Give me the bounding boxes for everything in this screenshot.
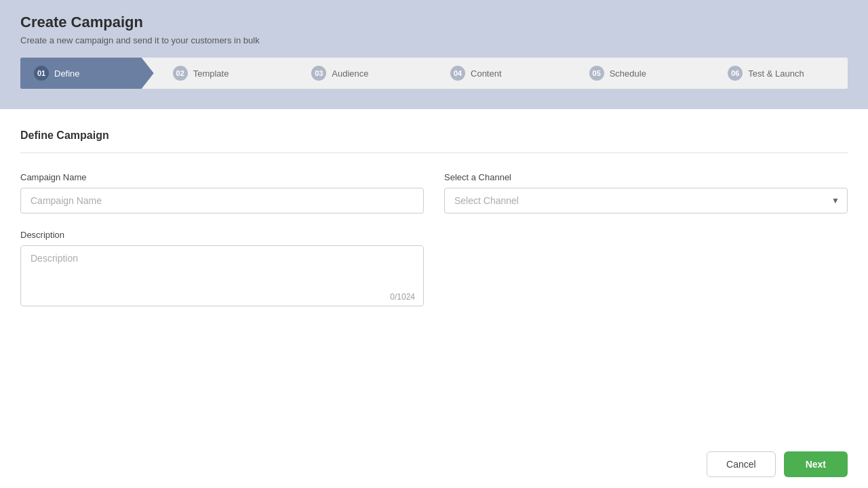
page-title: Create Campaign — [20, 14, 848, 31]
cancel-button[interactable]: Cancel — [707, 451, 776, 477]
step-label-01: Define — [54, 68, 80, 79]
stepper-step-02[interactable]: 02 Template — [154, 58, 293, 89]
select-channel-label: Select a Channel — [444, 172, 848, 182]
next-button[interactable]: Next — [784, 451, 848, 477]
select-channel-group: Select a Channel Select Channel Email SM… — [444, 172, 848, 214]
description-group: Description 0/1024 — [20, 230, 424, 306]
step-label-03: Audience — [332, 68, 368, 79]
step-label-05: Schedule — [610, 68, 646, 79]
step-label-04: Content — [471, 68, 502, 79]
step-label-02: Template — [193, 68, 229, 79]
step-label-06: Test & Launch — [748, 68, 804, 79]
form-row-1: Campaign Name Select a Channel Select Ch… — [20, 172, 848, 214]
page-subtitle: Create a new campaign and send it to you… — [20, 35, 848, 45]
campaign-name-input[interactable] — [20, 188, 424, 214]
step-number-02: 02 — [173, 66, 188, 81]
select-channel-wrapper: Select Channel Email SMS Push Notificati… — [444, 188, 848, 214]
stepper-step-04[interactable]: 04 Content — [431, 58, 570, 89]
main-content: Define Campaign Campaign Name Select a C… — [0, 109, 868, 343]
campaign-name-label: Campaign Name — [20, 172, 424, 182]
select-channel-dropdown[interactable]: Select Channel Email SMS Push Notificati… — [444, 188, 848, 214]
header-section: Create Campaign Create a new campaign an… — [0, 0, 868, 109]
stepper: 01 Define 02 Template 03 Audience 04 Con… — [20, 58, 848, 89]
stepper-step-01[interactable]: 01 Define — [20, 58, 154, 89]
form-row-2: Description 0/1024 — [20, 230, 848, 306]
description-label: Description — [20, 230, 424, 240]
campaign-name-group: Campaign Name — [20, 172, 424, 214]
step-number-03: 03 — [311, 66, 326, 81]
section-title: Define Campaign — [20, 129, 848, 153]
stepper-step-03[interactable]: 03 Audience — [292, 58, 431, 89]
footer-actions: Cancel Next — [0, 441, 868, 488]
step-number-06: 06 — [728, 66, 743, 81]
description-container: 0/1024 — [20, 245, 424, 306]
step-number-05: 05 — [589, 66, 604, 81]
stepper-step-05[interactable]: 05 Schedule — [570, 58, 709, 89]
step-number-04: 04 — [450, 66, 465, 81]
step-number-01: 01 — [34, 66, 49, 81]
description-textarea[interactable] — [21, 246, 423, 287]
char-count: 0/1024 — [21, 289, 423, 306]
stepper-step-06[interactable]: 06 Test & Launch — [709, 58, 848, 89]
